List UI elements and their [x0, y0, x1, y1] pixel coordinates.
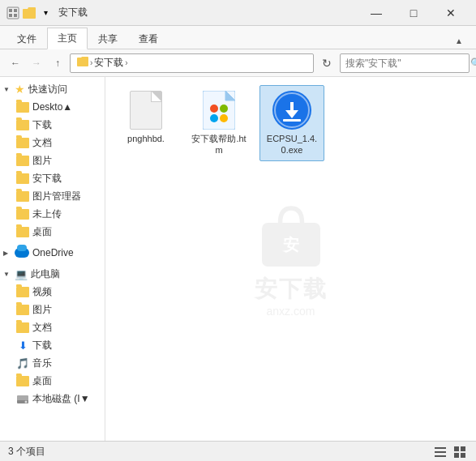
file-label: pnghhbd. [127, 133, 165, 144]
sidebar-label: 本地磁盘 (I▼ [32, 392, 90, 406]
exe-bar [283, 119, 301, 122]
sidebar-label: 文档 [32, 136, 52, 150]
main-area: ▼ ★ 快速访问 Deskto▲ 下载 文档 图片 安下载 图片管理器 [0, 77, 476, 441]
svg-rect-22 [461, 446, 465, 451]
search-box[interactable]: 🔍 [340, 53, 470, 73]
view-grid-button[interactable] [452, 444, 468, 460]
sidebar-item-pics[interactable]: 图片 [0, 301, 105, 318]
svg-text:安: 安 [282, 236, 299, 254]
tab-home[interactable]: 主页 [47, 28, 88, 49]
htm-file-icon [203, 91, 235, 130]
folder-icon [16, 173, 29, 184]
title-down-icon[interactable]: ▾ [39, 6, 52, 19]
tab-share[interactable]: 共享 [88, 28, 128, 49]
sidebar-item-music[interactable]: 🎵 音乐 [0, 354, 105, 372]
svg-rect-18 [435, 447, 446, 449]
sidebar-item-photo-manager[interactable]: 图片管理器 [0, 187, 105, 205]
sidebar-item-docs[interactable]: 文档 [0, 318, 105, 336]
maximize-button[interactable]: □ [395, 0, 432, 26]
folder-icon [16, 376, 29, 386]
watermark-text-main: 安下载 [255, 274, 328, 305]
file-icon-area [199, 91, 238, 130]
sidebar-group-quick-access[interactable]: ▼ ★ 快速访问 [0, 80, 105, 98]
file-label: 安下载帮助.htm [191, 133, 247, 156]
folder-icon [16, 322, 29, 333]
refresh-button[interactable]: ↻ [317, 53, 337, 73]
folder-icon [16, 287, 29, 297]
sidebar-item-local-disk[interactable]: 本地磁盘 (I▼ [0, 390, 105, 408]
svg-rect-24 [461, 453, 465, 458]
folder-icon [16, 305, 29, 315]
view-list-button[interactable] [432, 444, 448, 460]
tab-view[interactable]: 查看 [128, 28, 169, 49]
title-system-icon [6, 6, 19, 19]
sidebar-item-dl[interactable]: ⬇ 下载 [0, 336, 105, 354]
folder-icon [16, 102, 29, 113]
svg-rect-1 [9, 9, 12, 12]
status-right [432, 444, 468, 460]
sidebar-label: 下载 [32, 118, 52, 132]
sidebar-item-not-uploaded[interactable]: 未上传 [0, 205, 105, 223]
sidebar-item-videos[interactable]: 视频 [0, 283, 105, 301]
watermark-text-sub: anxz.com [267, 305, 315, 318]
address-input[interactable]: › 安下载 › [70, 53, 314, 73]
content-pane: 安 安下载 anxz.com pnghhbd. [105, 77, 476, 441]
ribbon-collapse-button[interactable]: ▲ [448, 33, 470, 49]
file-item-pnghhbd[interactable]: pnghhbd. [114, 85, 178, 161]
file-item-exe[interactable]: ECPSU_1.4.0.exe [259, 85, 324, 161]
up-button[interactable]: ↑ [49, 54, 66, 72]
download-folder-icon: ⬇ [16, 339, 29, 352]
sidebar-label: 音乐 [32, 356, 52, 370]
tab-file[interactable]: 文件 [6, 28, 47, 49]
svg-rect-2 [14, 9, 17, 12]
music-folder-icon: 🎵 [16, 356, 29, 369]
title-bar: ▾ 安下载 — □ ✕ [0, 0, 476, 26]
sidebar-label: 安下载 [32, 172, 62, 186]
status-bar: 3 个项目 [0, 441, 476, 461]
sidebar-item-desk[interactable]: 桌面 [0, 372, 105, 390]
search-input[interactable] [345, 58, 467, 69]
sidebar-item-documents[interactable]: 文档 [0, 134, 105, 152]
sidebar-label: 下载 [32, 339, 52, 352]
generic-file-icon [130, 91, 162, 130]
sidebar-item-pictures[interactable]: 图片 [0, 152, 105, 169]
sidebar-item-desktop2[interactable]: 桌面 [0, 223, 105, 241]
sidebar-label: Deskto▲ [32, 101, 72, 113]
sidebar-label: 桌面 [32, 374, 52, 388]
back-button[interactable]: ← [6, 54, 24, 72]
folder-icon [16, 227, 29, 237]
file-item-htm[interactable]: 安下载帮助.htm [187, 85, 251, 161]
svg-rect-23 [454, 453, 459, 458]
svg-rect-3 [9, 14, 12, 17]
minimize-button[interactable]: — [358, 0, 395, 26]
address-part-current[interactable]: 安下载 [94, 56, 123, 70]
sidebar-group-onedrive[interactable]: ▶ OneDrive [0, 244, 105, 262]
watermark-bag-icon: 安 [255, 201, 328, 274]
exe-ring [274, 92, 310, 128]
this-pc-icon: 💻 [15, 268, 28, 280]
close-button[interactable]: ✕ [432, 0, 470, 26]
file-icon-area [272, 91, 311, 130]
exe-file-icon [272, 91, 311, 130]
sidebar-label: 图片 [32, 303, 52, 317]
folder-icon [16, 191, 29, 202]
files-grid: pnghhbd. 安下载帮 [105, 77, 476, 169]
forward-button[interactable]: → [28, 54, 45, 72]
sidebar-item-anxiazai[interactable]: 安下载 [0, 169, 105, 187]
this-pc-chevron: ▼ [3, 271, 11, 278]
folder-icon [16, 138, 29, 148]
folder-icon [16, 120, 29, 130]
sidebar-item-desktop[interactable]: Deskto▲ [0, 98, 105, 116]
search-icon: 🔍 [470, 58, 476, 69]
drive-icon [16, 393, 29, 404]
svg-rect-8 [262, 223, 320, 267]
sidebar: ▼ ★ 快速访问 Deskto▲ 下载 文档 图片 安下载 图片管理器 [0, 77, 105, 441]
svg-point-15 [220, 105, 228, 113]
svg-point-17 [220, 114, 228, 122]
folder-icon [16, 209, 29, 220]
sidebar-item-downloads[interactable]: 下载 [0, 116, 105, 134]
title-text: 安下载 [58, 6, 88, 19]
sidebar-group-this-pc[interactable]: ▼ 💻 此电脑 [0, 265, 105, 283]
title-bar-icons: ▾ [6, 6, 52, 19]
ribbon: 文件 主页 共享 查看 ▲ [0, 26, 476, 49]
